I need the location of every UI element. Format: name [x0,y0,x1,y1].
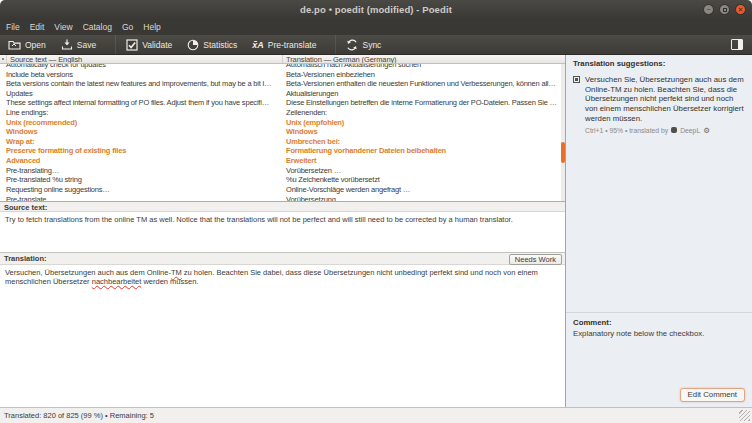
scrollbar-track[interactable] [561,64,565,201]
translation-cell: Zeilenenden: [283,108,565,118]
status-text: Translated: 820 of 825 (99 %) • Remainin… [4,411,154,420]
source-cell: Advanced [0,156,283,166]
entries-list[interactable]: Automatically check for updates Automati… [0,64,565,201]
source-cell: Pre-translating… [0,166,283,176]
window-title: de.po • poedit (modified) - Poedit [0,4,752,15]
table-row[interactable]: Pre-translated %u string %u Zeichenkette… [0,175,565,185]
translation-cell: Unix (empfohlen) [283,118,565,128]
table-row[interactable]: Preserve formatting of existing files Fo… [0,146,565,156]
gear-icon[interactable]: ⚙ [703,127,710,135]
source-cell: Preserve formatting of existing files [0,146,283,156]
translation-label: Translation: [4,254,47,263]
suggestion-shortcut-and-score: Ctrl+1 • 95% • translated by [585,127,668,134]
sidebar-toggle-icon[interactable] [731,39,743,50]
table-row[interactable]: Unix (recommended) Unix (empfohlen) [0,118,565,128]
translation-cell: Umbrechen bei: [283,137,565,147]
source-cell: Line endings: [0,108,283,118]
suggestions-title: Translation suggestions: [573,59,745,68]
suggestion-provider: DeepL [680,127,700,134]
table-row[interactable]: Windows Windows [0,127,565,137]
translation-editor[interactable]: Versuchen, Übersetzungen auch aus dem On… [0,265,565,408]
suggestion-source-icon [573,76,580,83]
source-cell: Pre-translated %u string [0,175,283,185]
status-bar: Translated: 820 of 825 (99 %) • Remainin… [0,407,752,423]
translation-cell: Formatierung vorhandener Dateien beibeha… [283,146,565,156]
source-cell: Windows [0,127,283,137]
translation-cell: Windows [283,127,565,137]
translation-cell: Aktualisierungen [283,89,565,99]
open-folder-icon [8,39,21,50]
suggestions-section: Translation suggestions: Versuchen Sie, … [566,55,752,312]
maximize-icon[interactable] [719,4,730,15]
menu-edit[interactable]: Edit [30,22,45,32]
deepl-logo-icon [671,127,677,133]
translation-cell: Online-Vorschläge werden angefragt … [283,185,565,195]
scrollbar-thumb[interactable] [561,142,565,163]
translation-cell: Erweitert [283,156,565,166]
save-icon [61,39,73,50]
sync-button[interactable]: Sync [346,39,381,51]
resize-grip[interactable] [739,410,750,421]
translation-cell: %u Zeichenkette vorübersetzt [283,175,565,185]
needs-work-button[interactable]: Needs Work [509,254,562,265]
statistics-pie-icon [187,39,199,51]
poedit-window: de.po • poedit (modified) - Poedit − ✕ F… [0,0,752,423]
validate-button[interactable]: Validate [126,39,172,51]
title-bar[interactable]: de.po • poedit (modified) - Poedit − ✕ [0,0,752,19]
menu-view[interactable]: View [54,22,72,32]
source-text-view: Try to fetch translations from the onlin… [0,212,565,252]
comment-section: Comment: Explanatory note below the chec… [566,312,752,407]
table-row[interactable]: Pre-translate Vorübersetzung [0,195,565,201]
sort-indicator[interactable] [0,55,7,63]
pretranslate-icon: x̄A [252,40,264,50]
close-icon[interactable]: ✕ [735,4,746,15]
edit-comment-button[interactable]: Edit Comment [680,388,745,402]
source-text-label: Source text: [0,201,565,212]
window-controls: − ✕ [703,4,746,15]
open-button[interactable]: Open [8,39,46,50]
source-cell: Unix (recommended) [0,118,283,128]
suggestion-meta: Ctrl+1 • 95% • translated by DeepL ⚙ [585,127,745,135]
source-cell: These settings affect internal formattin… [0,98,283,108]
translation-cell: Diese Einstellungen betreffen die intern… [283,98,565,108]
sidebar: Translation suggestions: Versuchen Sie, … [566,55,752,407]
translation-cell: Vorübersetzen … [283,166,565,176]
menu-help[interactable]: Help [143,22,160,32]
table-row[interactable]: Wrap at: Umbrechen bei: [0,137,565,147]
source-cell: Wrap at: [0,137,283,147]
table-row[interactable]: These settings affect internal formattin… [0,98,565,108]
table-row[interactable]: Line endings: Zeilenenden: [0,108,565,118]
minimize-icon[interactable]: − [703,4,714,15]
suggestion-item[interactable]: Versuchen Sie, Übersetzungen auch aus de… [573,75,745,124]
comment-title: Comment: [573,318,745,327]
sync-icon [346,39,358,51]
source-cell: Include beta versions [0,70,283,80]
table-row[interactable]: Advanced Erweitert [0,156,565,166]
entries-pane: Source text — English Translation — Germ… [0,55,566,407]
column-header-source[interactable]: Source text — English [7,55,283,63]
menu-go[interactable]: Go [122,22,133,32]
source-cell: Requesting online suggestions… [0,185,283,195]
statistics-button[interactable]: Statistics [187,39,237,51]
column-header-translation[interactable]: Translation — German (Germany) [283,55,565,63]
table-row[interactable]: Updates Aktualisierungen [0,89,565,99]
menu-catalog[interactable]: Catalog [83,22,112,32]
source-cell: Updates [0,89,283,99]
translation-cell: Beta-Versionen enthalten die neuesten Fu… [283,79,565,89]
suggestion-text: Versuchen Sie, Übersetzungen auch aus de… [585,75,745,124]
table-row[interactable]: Requesting online suggestions… Online-Vo… [0,185,565,195]
comment-text: Explanatory note below the checkbox. [573,329,745,338]
main-area: Source text — English Translation — Germ… [0,55,752,407]
save-button[interactable]: Save [61,39,96,50]
toolbar: Open Save Validate Statistics [0,35,752,55]
source-cell: Beta versions contain the latest new fea… [0,79,283,89]
menu-file[interactable]: File [6,22,20,32]
entries-list-rows: Automatically check for updates Automati… [0,64,565,201]
table-row[interactable]: Pre-translating… Vorübersetzen … [0,166,565,176]
table-row[interactable]: Include beta versions Beta-Versionen ein… [0,70,565,80]
translation-cell: Vorübersetzung [283,195,565,201]
table-row[interactable]: Beta versions contain the latest new fea… [0,79,565,89]
pretranslate-button[interactable]: x̄A Pre-translate [252,40,316,50]
list-header: Source text — English Translation — Germ… [0,55,565,64]
validate-check-icon [126,39,138,51]
